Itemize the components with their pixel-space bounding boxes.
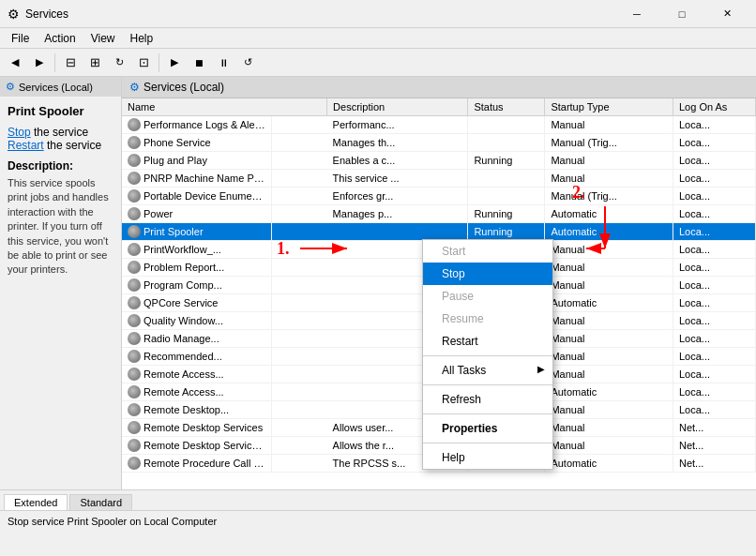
left-panel-content: Print Spooler Stop the service Restart t… (0, 97, 121, 489)
pause-service-button[interactable]: ⏸ (212, 52, 234, 74)
app-icon: ⚙ (8, 7, 20, 22)
left-panel-header: ⚙ Services (Local) (0, 77, 121, 97)
tab-extended[interactable]: Extended (4, 494, 68, 510)
service-name-text: Recommended... (144, 351, 222, 362)
service-description: Manages p... (327, 205, 468, 223)
menu-help[interactable]: Help (123, 30, 161, 47)
table-row[interactable]: Phone ServiceManages th...Manual (Trig..… (122, 134, 756, 152)
gear-icon (128, 403, 141, 416)
service-logon: Loca... (673, 383, 756, 401)
service-name-text: Remote Desktop... (144, 404, 229, 415)
table-row[interactable]: Print SpoolerRunningAutomaticLoca... (122, 223, 756, 241)
toolbar-sep-2 (159, 53, 159, 72)
tab-standard[interactable]: Standard (69, 494, 132, 510)
service-logon: Loca... (673, 170, 756, 188)
ctx-resume[interactable]: Resume (423, 308, 552, 330)
back-button[interactable]: ◀ (4, 52, 26, 74)
service-logon: Loca... (673, 330, 756, 348)
table-row[interactable]: Portable Device Enumerator...Enforces gr… (122, 188, 756, 205)
ctx-help[interactable]: Help (423, 446, 552, 469)
service-startup: Automatic (545, 383, 673, 401)
service-name-text: Power (144, 208, 173, 219)
service-name-cell: Remote Desktop Services U... (122, 437, 272, 454)
col-status[interactable]: Status (468, 98, 545, 116)
table-row[interactable]: Performance Logs & AlertsPerformanc...Ma… (122, 116, 756, 134)
ctx-restart[interactable]: Restart (423, 330, 552, 353)
service-startup: Manual (545, 152, 673, 170)
col-description[interactable]: Description (327, 98, 468, 116)
ctx-sep-1 (423, 355, 552, 356)
start-service-button[interactable]: ▶ (163, 52, 186, 74)
export-button[interactable]: ⊡ (132, 52, 155, 74)
menu-view[interactable]: View (83, 30, 123, 47)
service-startup: Manual (545, 437, 673, 455)
service-description: This service ... (327, 170, 468, 188)
col-name[interactable]: Name (122, 98, 327, 116)
table-row[interactable]: PNRP Machine Name Publi...This service .… (122, 170, 756, 188)
menu-action[interactable]: Action (37, 30, 83, 47)
gear-icon (128, 172, 141, 185)
right-panel-header: ⚙ Services (Local) (122, 77, 756, 98)
service-status: Running (468, 205, 545, 223)
col-startup[interactable]: Startup Type (545, 98, 673, 116)
ctx-sep-2 (423, 384, 552, 385)
service-name-cell: Remote Desktop Services (122, 419, 272, 436)
service-startup: Manual (545, 259, 673, 277)
service-description: Enables a c... (327, 152, 468, 170)
refresh-button[interactable]: ↻ (108, 52, 130, 74)
restart-service-button[interactable]: ↺ (236, 52, 259, 74)
service-name-text: Plug and Play (144, 155, 207, 166)
service-logon: Net... (673, 455, 756, 473)
ctx-all-tasks[interactable]: All Tasks (423, 359, 552, 382)
service-startup: Manual (545, 419, 673, 437)
service-name-text: Program Comp... (144, 279, 222, 291)
service-startup: Manual (Trig... (545, 188, 673, 205)
stop-service-link[interactable]: Stop (8, 126, 31, 139)
gear-icon (128, 207, 141, 220)
forward-button[interactable]: ▶ (28, 52, 51, 74)
service-name-cell: Remote Access... (122, 366, 272, 383)
stop-service-button[interactable]: ⏹ (188, 52, 210, 74)
service-name-cell: Remote Access... (122, 383, 272, 400)
maximize-button[interactable]: □ (660, 0, 703, 28)
service-startup: Automatic (545, 455, 673, 473)
title-bar-text: Services (25, 8, 68, 21)
restart-link-container: Restart the service (8, 139, 113, 152)
table-row[interactable]: PowerManages p...RunningAutomaticLoca... (122, 205, 756, 223)
service-name-cell: Program Comp... (122, 277, 272, 293)
service-logon: Loca... (673, 241, 756, 259)
service-name-cell: Print Spooler (122, 223, 272, 240)
ctx-pause[interactable]: Pause (423, 285, 552, 308)
right-panel-icon: ⚙ (129, 81, 140, 94)
service-startup: Manual (545, 401, 673, 419)
service-name-text: Radio Manage... (144, 333, 219, 344)
service-logon: Loca... (673, 205, 756, 223)
ctx-properties[interactable]: Properties (423, 417, 552, 440)
service-status (468, 134, 545, 152)
service-name-cell: Quality Window... (122, 312, 272, 329)
menu-file[interactable]: File (4, 30, 37, 47)
ctx-sep-4 (423, 443, 552, 443)
stop-link-container: Stop the service (8, 126, 113, 139)
show-hide-button[interactable]: ⊞ (83, 52, 106, 74)
minimize-button[interactable]: ─ (615, 0, 658, 28)
service-startup: Automatic (545, 205, 673, 223)
gear-icon (128, 296, 141, 309)
restart-service-link[interactable]: Restart (8, 139, 44, 152)
ctx-refresh[interactable]: Refresh (423, 388, 552, 411)
ctx-stop[interactable]: Stop (423, 263, 552, 285)
close-button[interactable]: ✕ (705, 0, 748, 28)
service-name-cell: Plug and Play (122, 152, 272, 169)
service-name-cell: QPCore Service (122, 294, 272, 311)
col-logon[interactable]: Log On As (673, 98, 756, 116)
service-startup: Manual (545, 348, 673, 366)
service-logon: Loca... (673, 223, 756, 241)
service-name-text: Phone Service (144, 137, 211, 148)
ctx-start[interactable]: Start (423, 240, 552, 263)
service-name-cell: PrintWorkflow_... (122, 241, 272, 258)
up-button[interactable]: ⊟ (59, 52, 82, 74)
table-row[interactable]: Plug and PlayEnables a c...RunningManual… (122, 152, 756, 170)
service-status: Running (468, 223, 545, 241)
left-panel: ⚙ Services (Local) Print Spooler Stop th… (0, 77, 122, 489)
service-name-cell: Problem Report... (122, 259, 272, 276)
